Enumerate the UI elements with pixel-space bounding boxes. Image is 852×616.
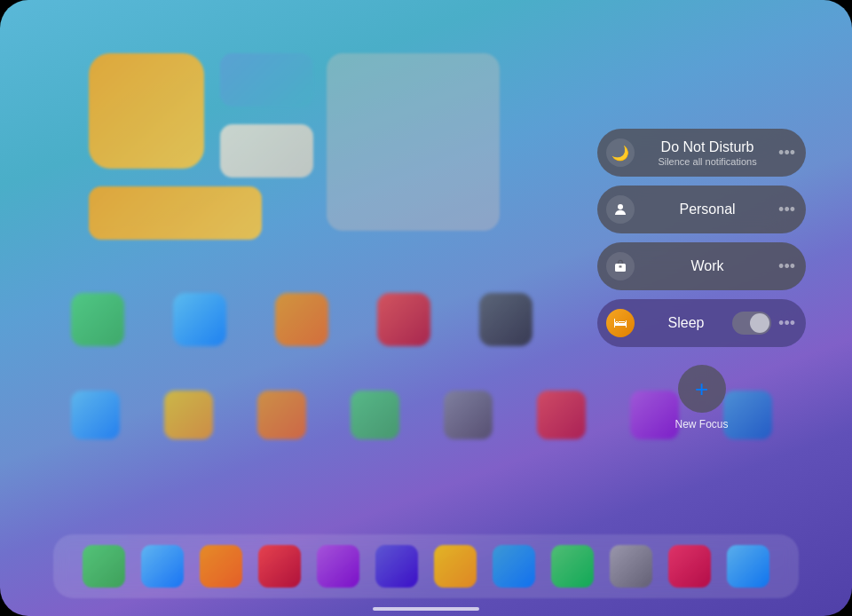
personal-label-group: Personal [640,201,775,217]
do-not-disturb-more-button[interactable]: ••• [778,144,795,162]
focus-item-sleep[interactable]: 🛏 Sleep ••• [597,299,806,347]
app-icon-lower-6 [537,391,586,439]
svg-point-0 [618,204,623,209]
personal-label: Personal [640,201,775,217]
app-icon-files [173,293,226,346]
dock-icon-6[interactable] [375,545,418,588]
dock-icon-3[interactable] [200,545,242,588]
dock-icon-1[interactable] [83,545,125,588]
dock-icon-8[interactable] [493,545,535,588]
app-icon-lower-5 [444,391,493,439]
dock-icon-5[interactable] [317,545,359,588]
sleep-more-button[interactable]: ••• [778,314,795,333]
new-focus-button[interactable]: + [678,365,726,413]
work-icon [606,252,635,280]
dock-icon-10[interactable] [610,545,652,588]
app-icon-lower-4 [351,391,399,439]
app-icon-lower-2 [164,391,213,439]
widget-calendar [220,124,313,178]
work-label-group: Work [640,258,775,274]
new-focus-area: + New Focus [597,365,806,430]
app-icon-lower-1 [71,391,120,439]
plus-icon: + [695,377,708,400]
widget-yellow2 [89,186,262,240]
app-icon-3 [275,293,328,346]
widget-notes [327,53,500,231]
dock-icon-4[interactable] [258,545,301,588]
svg-rect-2 [619,265,622,267]
work-label: Work [640,258,775,274]
dock [53,534,799,598]
sleep-icon: 🛏 [606,309,635,337]
ipad-frame: 🌙 Do Not Disturb Silence all notificatio… [0,0,852,616]
focus-item-work[interactable]: Work ••• [597,242,806,290]
do-not-disturb-label-group: Do Not Disturb Silence all notifications [640,139,775,167]
do-not-disturb-icon: 🌙 [606,138,635,167]
sleep-toggle[interactable] [732,312,771,335]
app-icon-messages [71,293,124,346]
do-not-disturb-label: Do Not Disturb [640,139,775,155]
sleep-label-group: Sleep [640,315,732,331]
work-more-button[interactable]: ••• [778,257,795,276]
app-icon-5 [479,293,532,346]
app-icon-4 [377,293,430,346]
do-not-disturb-sublabel: Silence all notifications [640,156,775,167]
dock-icon-2[interactable] [141,545,184,588]
personal-icon [606,195,635,224]
apps-row-middle [71,293,532,346]
widget-blue [220,53,313,107]
personal-more-button[interactable]: ••• [778,201,795,219]
focus-item-do-not-disturb[interactable]: 🌙 Do Not Disturb Silence all notificatio… [597,129,806,177]
sleep-label: Sleep [640,315,732,331]
focus-panel: 🌙 Do Not Disturb Silence all notificatio… [597,129,806,430]
app-icon-lower-3 [257,391,306,439]
dock-icon-11[interactable] [668,545,711,588]
widget-yellow [89,53,204,169]
focus-item-personal[interactable]: Personal ••• [597,186,806,233]
dock-icon-12[interactable] [727,545,769,588]
dock-icon-7[interactable] [434,545,477,588]
new-focus-label: New Focus [674,418,728,430]
home-indicator [373,607,479,611]
dock-icon-9[interactable] [551,545,594,588]
